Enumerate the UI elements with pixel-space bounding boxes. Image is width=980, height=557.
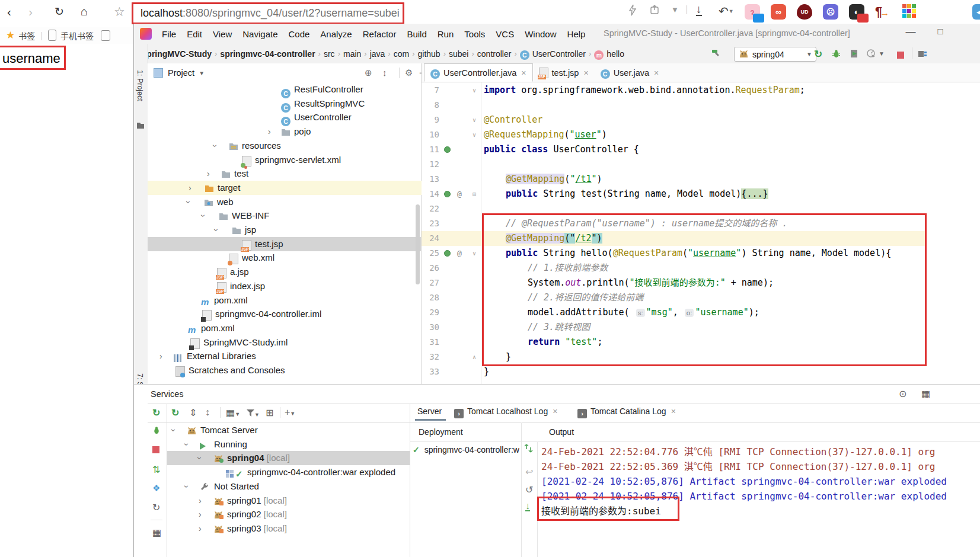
- close-icon[interactable]: ×: [671, 406, 676, 416]
- code-line-33[interactable]: 33}: [422, 364, 980, 379]
- project-tree-row[interactable]: ›pojo: [148, 124, 422, 139]
- breadcrumb-item[interactable]: src: [324, 49, 335, 59]
- menu-navigate[interactable]: Navigate: [237, 29, 283, 39]
- build-hammer-icon[interactable]: [711, 48, 721, 61]
- services-stop-icon[interactable]: [152, 445, 159, 456]
- layout-settings-icon[interactable]: ▦: [921, 388, 930, 399]
- folder-outline-icon[interactable]: [101, 30, 110, 41]
- fold-marker-icon[interactable]: ⊞: [473, 187, 476, 201]
- code-line-13[interactable]: 13@GetMapping("/t1"): [422, 172, 980, 187]
- clipped-extension-icon[interactable]: ◀: [972, 4, 980, 20]
- close-icon[interactable]: ×: [654, 68, 659, 78]
- project-tree-row[interactable]: ›test: [148, 167, 422, 181]
- add-application-icon[interactable]: ⊞: [266, 407, 273, 418]
- group-by-icon[interactable]: ▦▼: [226, 407, 240, 418]
- add-service-icon[interactable]: +▼: [285, 407, 295, 418]
- chevron-down-icon[interactable]: ›: [209, 229, 224, 232]
- project-tree-row[interactable]: ›jsp: [148, 223, 422, 237]
- chevron-right-icon[interactable]: ›: [268, 124, 271, 139]
- intellij-logo-icon[interactable]: [140, 28, 152, 40]
- code-line-7[interactable]: 7∨import org.springframework.web.bind.an…: [422, 83, 980, 98]
- debug-button[interactable]: [832, 49, 841, 61]
- profiler-chevron-icon[interactable]: ▼: [879, 50, 885, 57]
- menu-vcs[interactable]: VCS: [490, 29, 519, 39]
- console-tab-server[interactable]: Server: [417, 406, 442, 416]
- project-tree-row[interactable]: web.xml: [148, 251, 422, 265]
- console-tab-tomcat-catalina-log[interactable]: ›Tomcat Catalina Log×: [577, 406, 676, 418]
- breadcrumb-item[interactable]: github: [418, 49, 440, 59]
- project-tree-row[interactable]: CResultSpringMVC: [148, 97, 422, 111]
- close-icon[interactable]: ×: [521, 68, 526, 78]
- fold-marker-icon[interactable]: ∨: [473, 83, 476, 98]
- breadcrumb-item[interactable]: subei: [449, 49, 468, 59]
- menu-refactor[interactable]: Refactor: [357, 29, 402, 39]
- settings-gear-icon[interactable]: ⚙: [405, 68, 413, 78]
- code-line-27[interactable]: 27System.out.println("接收到前端的参数为:" + name…: [422, 276, 980, 290]
- menu-code[interactable]: Code: [283, 29, 315, 39]
- menu-analyze[interactable]: Analyze: [315, 29, 357, 39]
- expand-all-icon[interactable]: ⇕: [189, 407, 197, 418]
- code-line-32[interactable]: 32∧}: [422, 350, 980, 364]
- code-line-12[interactable]: 12: [422, 157, 980, 172]
- chevron-down-icon[interactable]: ›: [181, 200, 196, 203]
- code-line-25[interactable]: 25@∨public String hello(@RequestParam("u…: [422, 246, 980, 261]
- code-line-11[interactable]: 11public class UserController {: [422, 142, 980, 157]
- fold-marker-icon[interactable]: ∨: [473, 127, 476, 142]
- code-line-24[interactable]: 24@GetMapping("/t2"): [422, 231, 980, 246]
- stop-button[interactable]: [897, 50, 904, 62]
- project-tree-row[interactable]: SpringMVC-Study.iml: [148, 335, 422, 350]
- services-rerun-icon[interactable]: ↻: [152, 407, 160, 418]
- fold-marker-icon[interactable]: ∧: [473, 350, 476, 364]
- menu-run[interactable]: Run: [432, 29, 459, 39]
- pilcrow-extension-icon[interactable]: ¶→: [875, 4, 889, 20]
- project-tree-row[interactable]: CUserController: [148, 110, 422, 124]
- console-tab-tomcat-localhost-log[interactable]: ›Tomcat Localhost Log×: [454, 406, 557, 418]
- services-tree-row[interactable]: ›spring01 [local]: [167, 494, 410, 508]
- ud-shield-icon[interactable]: UD: [797, 4, 812, 20]
- project-tree-row[interactable]: ›target: [148, 181, 422, 195]
- services-tree-row[interactable]: ›Running: [167, 437, 410, 452]
- breadcrumb-item[interactable]: java: [370, 49, 385, 59]
- lightning-icon[interactable]: [628, 4, 637, 18]
- menu-help[interactable]: Help: [562, 29, 591, 39]
- services-deploy-icon[interactable]: ⇅: [152, 464, 160, 475]
- project-scrollbar[interactable]: [416, 204, 420, 284]
- code-line-10[interactable]: 10∨@RequestMapping("user"): [422, 127, 980, 142]
- chevron-down-icon[interactable]: ›: [167, 429, 181, 432]
- project-tree-row[interactable]: ›web: [148, 195, 422, 209]
- editor-tab-test-jsp[interactable]: JSPtest.jsp×: [533, 63, 595, 82]
- menu-file[interactable]: File: [157, 29, 181, 39]
- collapse-all-icon[interactable]: ↕: [205, 407, 210, 418]
- code-line-22[interactable]: 22: [422, 201, 980, 216]
- code-line-30[interactable]: 30// 3.跳转视图: [422, 320, 980, 335]
- project-tree-row[interactable]: springmvc-servlet.xml: [148, 153, 422, 167]
- chevron-down-icon[interactable]: ›: [180, 443, 194, 446]
- locate-icon[interactable]: ⊕: [365, 68, 372, 78]
- code-line-26[interactable]: 26// 1.接收前端参数: [422, 261, 980, 276]
- breadcrumb-item[interactable]: SpringMVC-Study: [141, 49, 212, 59]
- menu-edit[interactable]: Edit: [181, 29, 208, 39]
- project-tree-row[interactable]: ›External Libraries: [148, 349, 422, 363]
- fold-marker-icon[interactable]: ∨: [473, 246, 476, 261]
- menu-tools[interactable]: Tools: [459, 29, 490, 39]
- services-tree-row[interactable]: ›spring03 [local]: [167, 521, 410, 536]
- close-icon[interactable]: ×: [583, 68, 588, 78]
- breadcrumb-item[interactable]: hello: [606, 49, 624, 59]
- code-line-28[interactable]: 28// 2.将返回的值传递给前端: [422, 290, 980, 305]
- run-configuration-select[interactable]: spring04 ▼: [734, 47, 816, 62]
- colorgrid-extension-icon[interactable]: [902, 4, 917, 21]
- code-line-23[interactable]: 23// @RequestParam("username") : usernam…: [422, 216, 980, 231]
- chevron-right-icon[interactable]: ›: [199, 494, 202, 508]
- chevron-down-icon[interactable]: ›: [196, 215, 210, 217]
- chevron-down-icon[interactable]: ›: [193, 457, 207, 460]
- back-icon[interactable]: ‹: [7, 5, 11, 19]
- spring-bean-gutter-icon[interactable]: [444, 250, 451, 257]
- profiler-button[interactable]: [867, 49, 876, 61]
- rerun-button[interactable]: ↻: [814, 48, 822, 60]
- code-line-8[interactable]: 8: [422, 98, 980, 113]
- project-tree-row[interactable]: springmvc-04-controller.iml: [148, 307, 422, 321]
- spring-bean-gutter-icon[interactable]: [444, 146, 451, 153]
- project-tree-row[interactable]: mpom.xml: [148, 321, 422, 335]
- chevron-down-icon[interactable]: ›: [208, 144, 222, 147]
- chevron-down-icon[interactable]: ▼: [671, 4, 679, 15]
